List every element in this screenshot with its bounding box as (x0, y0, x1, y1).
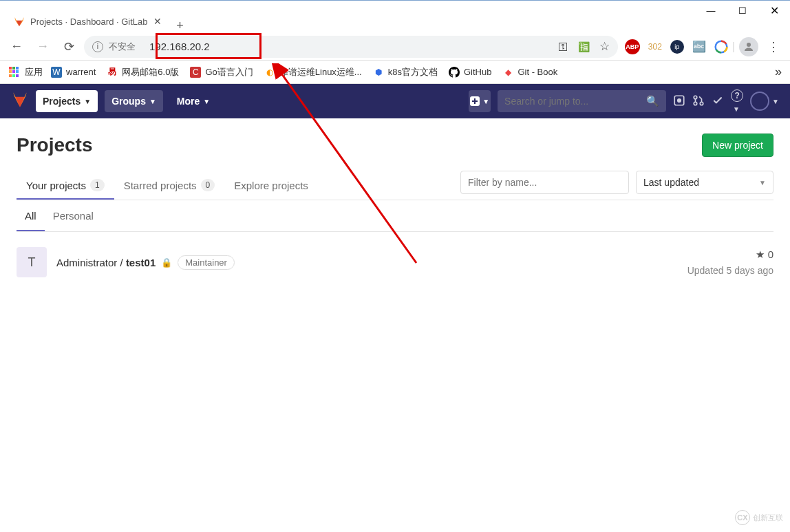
nav-more-dropdown[interactable]: More▼ (170, 90, 217, 112)
watermark: CX 创新互联 (735, 510, 783, 525)
bookmark-star-icon[interactable]: ☆ (599, 39, 610, 54)
project-tabs: Your projects1 Starred projects0 Explore… (17, 171, 773, 200)
page-title: Projects (17, 134, 93, 156)
back-button[interactable]: ← (6, 36, 28, 58)
browser-tab-strip: Projects · Dashboard · GitLab ✕ + (0, 10, 790, 33)
project-meta: ★ 0 Updated 5 days ago (687, 248, 773, 276)
merge-requests-icon[interactable] (692, 94, 705, 109)
browser-tab-title: Projects · Dashboard · GitLab (30, 17, 148, 27)
project-name[interactable]: Administrator / test01 🔒 Maintainer (56, 255, 235, 270)
new-tab-button[interactable]: + (170, 19, 191, 33)
svg-point-1 (747, 43, 751, 47)
svg-point-7 (700, 102, 703, 105)
extensions-strip: ABP 302 ip 🔤 (622, 39, 728, 54)
nav-groups-dropdown[interactable]: Groups▼ (105, 90, 163, 112)
role-badge: Maintainer (178, 255, 235, 270)
updated-text: Updated 5 days ago (687, 265, 773, 276)
tab-close-icon[interactable]: ✕ (153, 16, 162, 27)
reload-button[interactable]: ⟳ (58, 36, 80, 58)
sort-dropdown[interactable]: Last updated▼ (636, 171, 773, 194)
google-ext-icon[interactable] (714, 40, 728, 54)
new-project-button[interactable]: New project (702, 134, 773, 157)
key-icon[interactable]: ⚿ (558, 41, 568, 52)
gitlab-favicon-icon (14, 16, 25, 27)
browser-tab[interactable]: Projects · Dashboard · GitLab ✕ (6, 10, 170, 33)
window-controls: — ☐ ✕ (695, 0, 790, 26)
star-count[interactable]: ★ 0 (756, 248, 773, 261)
help-icon[interactable]: ?▼ (731, 89, 743, 114)
translate-icon[interactable]: 🈯 (578, 41, 590, 52)
window-titlebar (0, 0, 790, 10)
bookmarks-bar: 应用 Wwarrent 易网易邮箱6.0版 CGo语言入门 ◐靠谱运维Linux… (0, 61, 790, 84)
bookmark-linux[interactable]: ◐靠谱运维Linux运维... (261, 66, 365, 78)
security-warning: 不安全 (109, 41, 136, 53)
bookmark-163mail[interactable]: 易网易邮箱6.0版 (104, 66, 182, 78)
apps-label[interactable]: 应用 (25, 66, 43, 78)
issues-icon[interactable] (673, 94, 685, 109)
bookmark-warrent[interactable]: Wwarrent (48, 67, 98, 78)
address-bar[interactable]: i 不安全 192.168.20.2 ⚿ 🈯 ☆ (84, 36, 618, 58)
search-icon: 🔍 (646, 95, 659, 107)
page-content: Projects New project Your projects1 Star… (0, 118, 790, 308)
subtab-personal[interactable]: Personal (45, 200, 102, 231)
project-subtabs: All Personal (17, 200, 773, 232)
user-menu[interactable]: ▼ (750, 92, 779, 111)
bookmark-gitbook[interactable]: ◆Git - Book (500, 67, 560, 78)
nav-create-button[interactable]: ▼ (469, 90, 491, 112)
subtab-all[interactable]: All (17, 200, 45, 231)
adblock-count: 302 (648, 42, 662, 52)
adblock-icon[interactable]: ABP (625, 39, 640, 54)
lock-icon: 🔒 (161, 257, 172, 268)
google-translate-ext-icon[interactable]: 🔤 (692, 40, 706, 54)
filter-input[interactable] (460, 171, 629, 194)
tab-your-projects[interactable]: Your projects1 (17, 171, 114, 200)
site-info-icon[interactable]: i (92, 41, 103, 52)
tab-explore-projects[interactable]: Explore projects (224, 171, 318, 200)
svg-point-4 (678, 98, 681, 102)
gitlab-navbar: Projects▼ Groups▼ More▼ ▼ 🔍 ?▼ ▼ (0, 84, 790, 118)
window-maximize[interactable]: ☐ (727, 0, 758, 21)
apps-icon[interactable] (8, 67, 19, 78)
todos-icon[interactable] (712, 94, 724, 109)
project-avatar: T (17, 247, 47, 277)
project-row[interactable]: T Administrator / test01 🔒 Maintainer ★ … (17, 232, 773, 292)
forward-button[interactable]: → (32, 36, 54, 58)
bookmark-github[interactable]: GitHub (446, 67, 494, 78)
nav-search[interactable]: 🔍 (498, 90, 666, 112)
browser-menu-button[interactable]: ⋮ (762, 36, 784, 58)
svg-point-6 (694, 102, 697, 105)
bookmarks-overflow[interactable]: » (775, 65, 782, 79)
ip-extension-icon[interactable]: ip (670, 40, 684, 54)
omnibox-actions: ⚿ 🈯 ☆ (558, 39, 610, 54)
window-minimize[interactable]: — (695, 0, 727, 21)
browser-toolbar: ← → ⟳ i 不安全 192.168.20.2 ⚿ 🈯 ☆ ABP 302 i… (0, 33, 790, 61)
profile-button[interactable] (739, 37, 758, 56)
tab-starred-projects[interactable]: Starred projects0 (114, 171, 225, 200)
gitlab-logo-icon[interactable] (11, 91, 29, 111)
search-input[interactable] (504, 96, 646, 107)
bookmark-k8s[interactable]: ⬢k8s官方文档 (370, 66, 440, 78)
svg-point-5 (694, 96, 697, 99)
url-text: 192.168.20.2 (149, 41, 210, 52)
window-close[interactable]: ✕ (758, 0, 790, 21)
bookmark-go[interactable]: CGo语言入门 (187, 66, 255, 78)
nav-projects-dropdown[interactable]: Projects▼ (36, 90, 98, 112)
